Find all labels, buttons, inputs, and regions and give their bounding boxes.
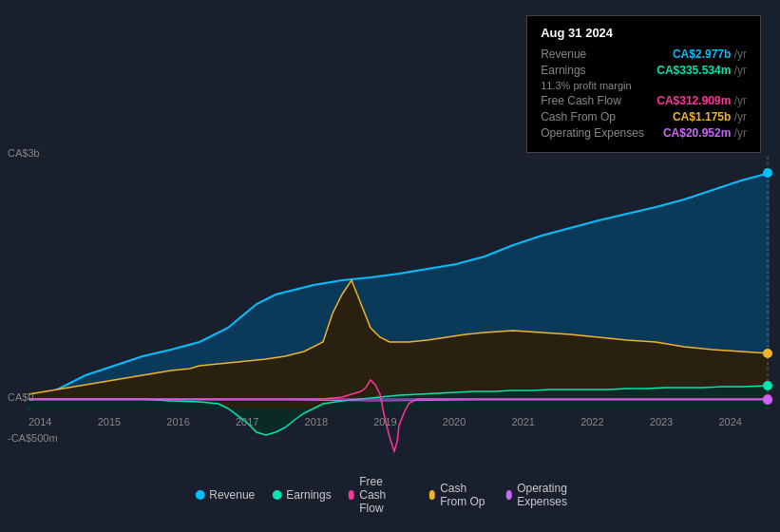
svg-point-5 bbox=[763, 168, 772, 178]
tooltip-fcf-label: Free Cash Flow bbox=[541, 94, 621, 107]
tooltip-date: Aug 31 2024 bbox=[541, 26, 747, 40]
x-label-2021: 2021 bbox=[511, 416, 534, 428]
chart-legend: Revenue Earnings Free Cash Flow Cash Fro… bbox=[195, 475, 585, 515]
legend-fcf[interactable]: Free Cash Flow bbox=[349, 475, 412, 515]
chart-area: CA$3b CA$0 -CA$500m Aug 31 2024 Revenue … bbox=[0, 0, 780, 484]
legend-opex[interactable]: Operating Expenses bbox=[506, 482, 585, 508]
tooltip-opex-row: Operating Expenses CA$20.952m /yr bbox=[541, 126, 747, 140]
tooltip-fcf-row: Free Cash Flow CA$312.909m /yr bbox=[541, 94, 747, 107]
legend-fcf-label: Free Cash Flow bbox=[359, 475, 411, 515]
y-label-neg: -CA$500m bbox=[8, 432, 58, 444]
tooltip-cashop-row: Cash From Op CA$1.175b /yr bbox=[541, 110, 747, 124]
legend-earnings-dot bbox=[272, 490, 281, 500]
x-label-2024: 2024 bbox=[718, 416, 741, 428]
tooltip-earnings-row: Earnings CA$335.534m /yr bbox=[541, 64, 747, 77]
legend-cashop-label: Cash From Op bbox=[440, 482, 488, 508]
y-label-top: CA$3b bbox=[8, 147, 40, 159]
tooltip-revenue-row: Revenue CA$2.977b /yr bbox=[541, 48, 747, 61]
tooltip-cashop-value: CA$1.175b /yr bbox=[673, 110, 747, 124]
legend-fcf-dot bbox=[349, 490, 355, 500]
svg-point-7 bbox=[763, 381, 772, 390]
tooltip-cashop-label: Cash From Op bbox=[541, 110, 616, 124]
x-label-2016: 2016 bbox=[166, 416, 189, 428]
x-label-2018: 2018 bbox=[305, 416, 328, 428]
legend-revenue-dot bbox=[195, 490, 204, 500]
y-label-zero: CA$0 bbox=[8, 391, 34, 403]
x-label-2023: 2023 bbox=[650, 416, 673, 428]
legend-opex-dot bbox=[506, 490, 513, 500]
tooltip-margin: 11.3% profit margin bbox=[541, 80, 747, 91]
legend-revenue-label: Revenue bbox=[209, 488, 255, 502]
tooltip-opex-label: Operating Expenses bbox=[541, 126, 644, 140]
tooltip-revenue-label: Revenue bbox=[541, 48, 586, 61]
tooltip-earnings-label: Earnings bbox=[541, 64, 585, 77]
svg-point-6 bbox=[763, 349, 772, 358]
x-label-2020: 2020 bbox=[443, 416, 466, 428]
x-label-2014: 2014 bbox=[29, 416, 51, 428]
x-axis-labels: 2014 2015 2016 2017 2018 2019 2020 2021 … bbox=[0, 416, 780, 428]
legend-earnings[interactable]: Earnings bbox=[272, 488, 331, 502]
legend-cashop[interactable]: Cash From Op bbox=[429, 482, 489, 508]
svg-point-9 bbox=[763, 395, 772, 405]
x-label-2019: 2019 bbox=[373, 416, 396, 428]
tooltip-opex-value: CA$20.952m /yr bbox=[663, 126, 747, 140]
tooltip-earnings-value: CA$335.534m /yr bbox=[656, 64, 747, 77]
x-label-2015: 2015 bbox=[98, 416, 121, 428]
tooltip-box: Aug 31 2024 Revenue CA$2.977b /yr Earnin… bbox=[526, 15, 761, 153]
x-label-2017: 2017 bbox=[236, 416, 258, 428]
legend-cashop-dot bbox=[429, 490, 436, 500]
legend-revenue[interactable]: Revenue bbox=[195, 488, 255, 502]
legend-opex-label: Operating Expenses bbox=[517, 482, 585, 508]
legend-earnings-label: Earnings bbox=[286, 488, 331, 502]
tooltip-revenue-value: CA$2.977b /yr bbox=[673, 48, 747, 61]
tooltip-fcf-value: CA$312.909m /yr bbox=[656, 94, 747, 107]
x-label-2022: 2022 bbox=[580, 416, 603, 428]
